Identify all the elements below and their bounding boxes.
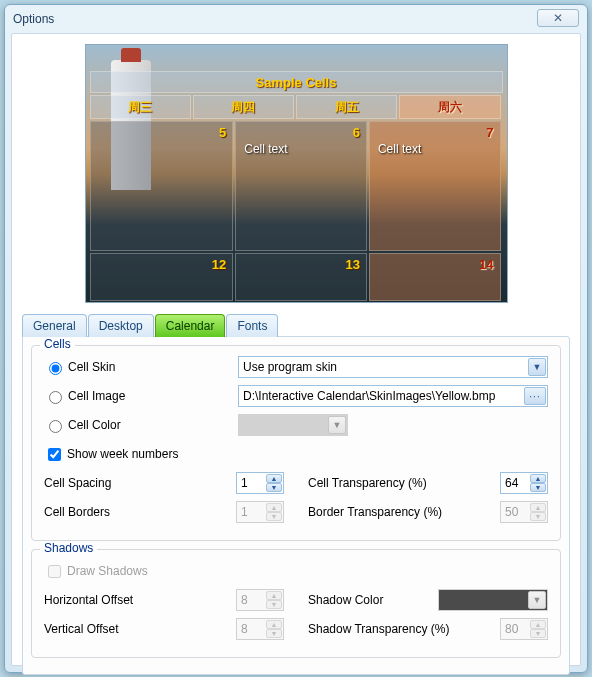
show-week-numbers-label: Show week numbers	[67, 447, 178, 461]
cell-borders-value: 1	[241, 505, 248, 519]
spinner-buttons: ▲▼	[530, 503, 546, 521]
cell-color-picker[interactable]: ▼	[238, 414, 348, 436]
cell-skin-value: Use program skin	[243, 360, 337, 374]
preview-title: Sample Cells	[256, 75, 337, 90]
cell-skin-combo[interactable]: Use program skin ▼	[238, 356, 548, 378]
preview-title-bar: Sample Cells	[90, 71, 503, 93]
titlebar: Options ✕	[5, 5, 587, 33]
day-header-fri: 周五	[296, 95, 397, 119]
draw-shadows-checkbox	[48, 565, 61, 578]
preview-day-headers: 周三 周四 周五 周六	[90, 95, 503, 119]
cell-number: 12	[212, 257, 226, 272]
shadow-transparency-label: Shadow Transparency (%)	[308, 622, 500, 636]
day-header-thu: 周四	[193, 95, 294, 119]
tab-desktop[interactable]: Desktop	[88, 314, 154, 337]
preview-cell: 13	[235, 253, 367, 301]
chevron-down-icon: ▼	[528, 358, 546, 376]
cell-borders-spinner: 1▲▼	[236, 501, 284, 523]
cell-image-label: Cell Image	[68, 389, 238, 403]
cell-skin-label: Cell Skin	[68, 360, 238, 374]
window-title: Options	[13, 12, 54, 26]
border-transparency-spinner: 50▲▼	[500, 501, 548, 523]
shadow-color-label: Shadow Color	[308, 593, 438, 607]
cell-spacing-spinner[interactable]: 1▲▼	[236, 472, 284, 494]
draw-shadows-label: Draw Shadows	[67, 564, 148, 578]
preview-cell: 14	[369, 253, 501, 301]
preview-cell: 6Cell text	[235, 121, 367, 251]
cell-color-label: Cell Color	[68, 418, 238, 432]
preview-cell: 5	[90, 121, 234, 251]
horizontal-offset-value: 8	[241, 593, 248, 607]
cell-skin-row: Cell Skin Use program skin ▼	[44, 356, 548, 378]
shadow-color-picker: ▼	[438, 589, 548, 611]
spinner-buttons[interactable]: ▲▼	[530, 474, 546, 492]
shadows-group: Shadows Draw Shadows Horizontal Offset 8…	[31, 549, 561, 658]
close-button[interactable]: ✕	[537, 9, 579, 27]
close-icon: ✕	[553, 11, 563, 25]
cell-number: 5	[219, 125, 226, 140]
cell-color-row: Cell Color ▼	[44, 414, 548, 436]
tab-fonts[interactable]: Fonts	[226, 314, 278, 337]
cell-number: 14	[479, 257, 493, 272]
horizontal-offset-spinner: 8▲▼	[236, 589, 284, 611]
preview-cell: 7Cell text	[369, 121, 501, 251]
shadows-group-title: Shadows	[40, 541, 97, 555]
cell-text: Cell text	[378, 142, 421, 156]
cell-image-value: D:\Interactive Calendar\SkinImages\Yello…	[243, 389, 495, 403]
chevron-down-icon: ▼	[528, 591, 546, 609]
cell-spacing-value: 1	[241, 476, 248, 490]
cell-number: 6	[353, 125, 360, 140]
cell-transparency-value: 64	[505, 476, 518, 490]
border-transparency-label: Border Transparency (%)	[308, 505, 500, 519]
day-header-sat: 周六	[399, 95, 500, 119]
show-week-numbers-checkbox[interactable]	[48, 448, 61, 461]
spinner-buttons: ▲▼	[266, 620, 282, 638]
shadow-transparency-value: 80	[505, 622, 518, 636]
cell-spacing-label: Cell Spacing	[44, 476, 236, 490]
cells-group-title: Cells	[40, 337, 75, 351]
cell-number: 7	[486, 125, 493, 140]
cell-color-radio[interactable]	[49, 420, 62, 433]
tab-panel: Cells Cell Skin Use program skin ▼ Cell …	[22, 336, 570, 675]
cell-transparency-label: Cell Transparency (%)	[308, 476, 500, 490]
shadow-transparency-spinner: 80▲▼	[500, 618, 548, 640]
cells-group: Cells Cell Skin Use program skin ▼ Cell …	[31, 345, 561, 541]
spinner-buttons: ▲▼	[530, 620, 546, 638]
cell-skin-radio[interactable]	[49, 362, 62, 375]
spinner-buttons: ▲▼	[266, 503, 282, 521]
horizontal-offset-label: Horizontal Offset	[44, 593, 236, 607]
cell-image-row: Cell Image D:\Interactive Calendar\SkinI…	[44, 385, 548, 407]
vertical-offset-value: 8	[241, 622, 248, 636]
tab-calendar[interactable]: Calendar	[155, 314, 226, 337]
cell-text: Cell text	[244, 142, 287, 156]
preview-row-1: 5 6Cell text 7Cell text	[90, 121, 503, 251]
browse-button[interactable]: ···	[524, 387, 546, 405]
spinner-buttons[interactable]: ▲▼	[266, 474, 282, 492]
vertical-offset-spinner: 8▲▼	[236, 618, 284, 640]
spinner-buttons: ▲▼	[266, 591, 282, 609]
vertical-offset-label: Vertical Offset	[44, 622, 236, 636]
border-transparency-value: 50	[505, 505, 518, 519]
day-header-wed: 周三	[90, 95, 191, 119]
tab-general[interactable]: General	[22, 314, 87, 337]
options-dialog: Options ✕ Sample Cells 周三 周四 周五 周六 5 6Ce…	[4, 4, 588, 673]
calendar-preview: Sample Cells 周三 周四 周五 周六 5 6Cell text 7C…	[85, 44, 508, 303]
cells-numeric-row-2: Cell Borders 1▲▼ Border Transparency (%)…	[44, 501, 548, 530]
cell-number: 13	[345, 257, 359, 272]
preview-row-2: 12 13 14	[90, 253, 503, 301]
tab-strip: General Desktop Calendar Fonts	[22, 313, 570, 336]
show-week-numbers-row: Show week numbers	[44, 443, 548, 465]
preview-cell: 12	[90, 253, 234, 301]
shadows-row-2: Vertical Offset 8▲▼ Shadow Transparency …	[44, 618, 548, 647]
chevron-down-icon: ▼	[328, 416, 346, 434]
shadows-row-1: Horizontal Offset 8▲▼ Shadow Color ▼	[44, 589, 548, 618]
client-area: Sample Cells 周三 周四 周五 周六 5 6Cell text 7C…	[11, 33, 581, 666]
cell-image-path[interactable]: D:\Interactive Calendar\SkinImages\Yello…	[238, 385, 548, 407]
cells-numeric-row-1: Cell Spacing 1▲▼ Cell Transparency (%) 6…	[44, 472, 548, 501]
cell-image-radio[interactable]	[49, 391, 62, 404]
cell-transparency-spinner[interactable]: 64▲▼	[500, 472, 548, 494]
cell-borders-label: Cell Borders	[44, 505, 236, 519]
draw-shadows-row: Draw Shadows	[44, 560, 548, 582]
